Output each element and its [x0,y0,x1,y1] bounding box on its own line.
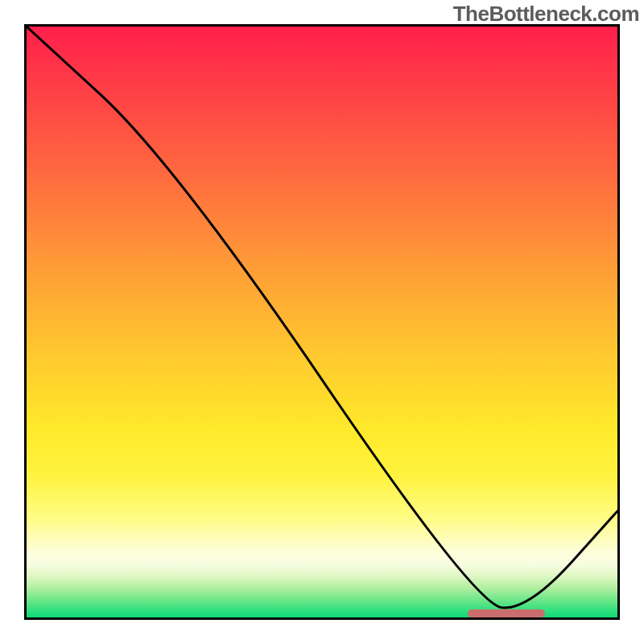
curve-layer [27,27,617,617]
plot-area [24,24,620,620]
watermark-text: TheBottleneck.com [453,2,639,27]
bottleneck-curve-path [27,27,617,608]
bottleneck-chart: TheBottleneck.com [0,0,644,644]
optimal-zone-marker [468,609,545,617]
